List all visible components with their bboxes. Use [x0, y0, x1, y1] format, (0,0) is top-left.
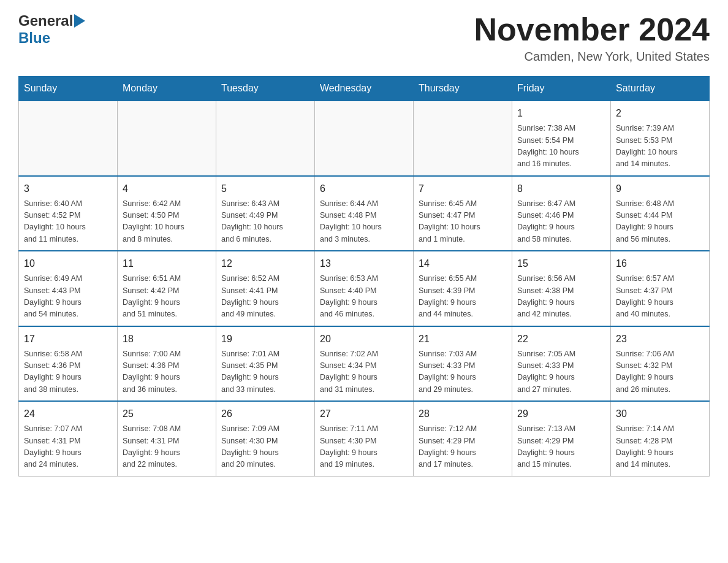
table-row: 27Sunrise: 7:11 AM Sunset: 4:30 PM Dayli…: [315, 401, 414, 476]
day-info: Sunrise: 7:39 AM Sunset: 5:53 PM Dayligh…: [616, 123, 704, 170]
table-row: 12Sunrise: 6:52 AM Sunset: 4:41 PM Dayli…: [216, 251, 315, 326]
page-header: General Blue November 2024 Camden, New Y…: [18, 12, 710, 64]
day-info: Sunrise: 7:08 AM Sunset: 4:31 PM Dayligh…: [123, 423, 211, 471]
day-info: Sunrise: 7:05 AM Sunset: 4:33 PM Dayligh…: [517, 348, 605, 396]
day-number: 15: [517, 256, 605, 271]
table-row: 24Sunrise: 7:07 AM Sunset: 4:31 PM Dayli…: [19, 401, 118, 476]
table-row: 17Sunrise: 6:58 AM Sunset: 4:36 PM Dayli…: [19, 326, 118, 402]
day-info: Sunrise: 6:56 AM Sunset: 4:38 PM Dayligh…: [517, 273, 605, 321]
day-info: Sunrise: 6:44 AM Sunset: 4:48 PM Dayligh…: [320, 198, 408, 246]
calendar-header-row: Sunday Monday Tuesday Wednesday Thursday…: [19, 77, 710, 101]
day-number: 23: [616, 332, 704, 347]
calendar-week-row: 17Sunrise: 6:58 AM Sunset: 4:36 PM Dayli…: [19, 326, 710, 402]
day-info: Sunrise: 6:43 AM Sunset: 4:49 PM Dayligh…: [221, 198, 309, 246]
day-number: 3: [24, 182, 112, 196]
day-number: 12: [221, 256, 309, 271]
day-number: 22: [517, 332, 605, 347]
table-row: [118, 101, 216, 176]
day-info: Sunrise: 7:09 AM Sunset: 4:30 PM Dayligh…: [221, 423, 309, 471]
table-row: 18Sunrise: 7:00 AM Sunset: 4:36 PM Dayli…: [118, 326, 216, 402]
day-number: 10: [24, 256, 112, 271]
day-info: Sunrise: 7:01 AM Sunset: 4:35 PM Dayligh…: [221, 348, 309, 396]
day-number: 8: [517, 182, 605, 196]
day-number: 24: [24, 407, 112, 421]
header-saturday: Saturday: [611, 77, 710, 101]
day-info: Sunrise: 7:11 AM Sunset: 4:30 PM Dayligh…: [320, 423, 408, 471]
table-row: 5Sunrise: 6:43 AM Sunset: 4:49 PM Daylig…: [216, 176, 315, 251]
table-row: 23Sunrise: 7:06 AM Sunset: 4:32 PM Dayli…: [611, 326, 710, 402]
table-row: 13Sunrise: 6:53 AM Sunset: 4:40 PM Dayli…: [315, 251, 414, 326]
logo: General Blue: [18, 12, 86, 47]
day-number: 4: [123, 182, 211, 196]
table-row: 9Sunrise: 6:48 AM Sunset: 4:44 PM Daylig…: [611, 176, 710, 251]
table-row: 14Sunrise: 6:55 AM Sunset: 4:39 PM Dayli…: [414, 251, 512, 326]
table-row: 1Sunrise: 7:38 AM Sunset: 5:54 PM Daylig…: [512, 101, 611, 176]
table-row: 11Sunrise: 6:51 AM Sunset: 4:42 PM Dayli…: [118, 251, 216, 326]
day-number: 30: [616, 407, 704, 421]
table-row: 10Sunrise: 6:49 AM Sunset: 4:43 PM Dayli…: [19, 251, 118, 326]
day-number: 25: [123, 407, 211, 421]
table-row: 25Sunrise: 7:08 AM Sunset: 4:31 PM Dayli…: [118, 401, 216, 476]
day-info: Sunrise: 6:57 AM Sunset: 4:37 PM Dayligh…: [616, 273, 704, 321]
day-info: Sunrise: 7:38 AM Sunset: 5:54 PM Dayligh…: [517, 123, 605, 170]
table-row: [315, 101, 414, 176]
logo-general-text: General: [18, 12, 73, 29]
calendar-table: Sunday Monday Tuesday Wednesday Thursday…: [18, 76, 710, 477]
header-monday: Monday: [118, 77, 216, 101]
header-sunday: Sunday: [19, 77, 118, 101]
header-friday: Friday: [512, 77, 611, 101]
day-number: 21: [419, 332, 507, 347]
day-info: Sunrise: 7:02 AM Sunset: 4:34 PM Dayligh…: [320, 348, 408, 396]
table-row: 15Sunrise: 6:56 AM Sunset: 4:38 PM Dayli…: [512, 251, 611, 326]
table-row: [414, 101, 512, 176]
day-number: 2: [616, 106, 704, 121]
header-wednesday: Wednesday: [315, 77, 414, 101]
day-info: Sunrise: 7:00 AM Sunset: 4:36 PM Dayligh…: [123, 348, 211, 396]
calendar-week-row: 1Sunrise: 7:38 AM Sunset: 5:54 PM Daylig…: [19, 101, 710, 176]
day-info: Sunrise: 7:07 AM Sunset: 4:31 PM Dayligh…: [24, 423, 112, 471]
table-row: 29Sunrise: 7:13 AM Sunset: 4:29 PM Dayli…: [512, 401, 611, 476]
table-row: 4Sunrise: 6:42 AM Sunset: 4:50 PM Daylig…: [118, 176, 216, 251]
table-row: 19Sunrise: 7:01 AM Sunset: 4:35 PM Dayli…: [216, 326, 315, 402]
header-thursday: Thursday: [414, 77, 512, 101]
day-info: Sunrise: 7:06 AM Sunset: 4:32 PM Dayligh…: [616, 348, 704, 396]
header-tuesday: Tuesday: [216, 77, 315, 101]
day-number: 11: [123, 256, 211, 271]
location-subtitle: Camden, New York, United States: [474, 50, 710, 64]
logo-triangle-icon: [74, 14, 85, 28]
table-row: 7Sunrise: 6:45 AM Sunset: 4:47 PM Daylig…: [414, 176, 512, 251]
table-row: 20Sunrise: 7:02 AM Sunset: 4:34 PM Dayli…: [315, 326, 414, 402]
day-info: Sunrise: 7:12 AM Sunset: 4:29 PM Dayligh…: [419, 423, 507, 471]
day-number: 28: [419, 407, 507, 421]
table-row: 21Sunrise: 7:03 AM Sunset: 4:33 PM Dayli…: [414, 326, 512, 402]
table-row: [19, 101, 118, 176]
day-info: Sunrise: 6:47 AM Sunset: 4:46 PM Dayligh…: [517, 198, 605, 246]
day-info: Sunrise: 6:42 AM Sunset: 4:50 PM Dayligh…: [123, 198, 211, 246]
day-number: 26: [221, 407, 309, 421]
day-info: Sunrise: 6:58 AM Sunset: 4:36 PM Dayligh…: [24, 348, 112, 396]
day-info: Sunrise: 6:51 AM Sunset: 4:42 PM Dayligh…: [123, 273, 211, 321]
day-info: Sunrise: 6:40 AM Sunset: 4:52 PM Dayligh…: [24, 198, 112, 246]
day-number: 5: [221, 182, 309, 196]
table-row: 8Sunrise: 6:47 AM Sunset: 4:46 PM Daylig…: [512, 176, 611, 251]
day-info: Sunrise: 6:45 AM Sunset: 4:47 PM Dayligh…: [419, 198, 507, 246]
day-info: Sunrise: 6:55 AM Sunset: 4:39 PM Dayligh…: [419, 273, 507, 321]
month-title: November 2024: [474, 12, 710, 47]
day-number: 1: [517, 106, 605, 121]
table-row: 3Sunrise: 6:40 AM Sunset: 4:52 PM Daylig…: [19, 176, 118, 251]
day-number: 9: [616, 182, 704, 196]
day-number: 6: [320, 182, 408, 196]
day-number: 17: [24, 332, 112, 347]
logo-blue-text: Blue: [18, 29, 50, 47]
title-section: November 2024 Camden, New York, United S…: [474, 12, 710, 64]
calendar-week-row: 3Sunrise: 6:40 AM Sunset: 4:52 PM Daylig…: [19, 176, 710, 251]
table-row: 16Sunrise: 6:57 AM Sunset: 4:37 PM Dayli…: [611, 251, 710, 326]
day-info: Sunrise: 6:49 AM Sunset: 4:43 PM Dayligh…: [24, 273, 112, 321]
day-info: Sunrise: 6:53 AM Sunset: 4:40 PM Dayligh…: [320, 273, 408, 321]
day-info: Sunrise: 7:13 AM Sunset: 4:29 PM Dayligh…: [517, 423, 605, 471]
day-number: 19: [221, 332, 309, 347]
day-number: 13: [320, 256, 408, 271]
table-row: 22Sunrise: 7:05 AM Sunset: 4:33 PM Dayli…: [512, 326, 611, 402]
table-row: 26Sunrise: 7:09 AM Sunset: 4:30 PM Dayli…: [216, 401, 315, 476]
day-number: 20: [320, 332, 408, 347]
